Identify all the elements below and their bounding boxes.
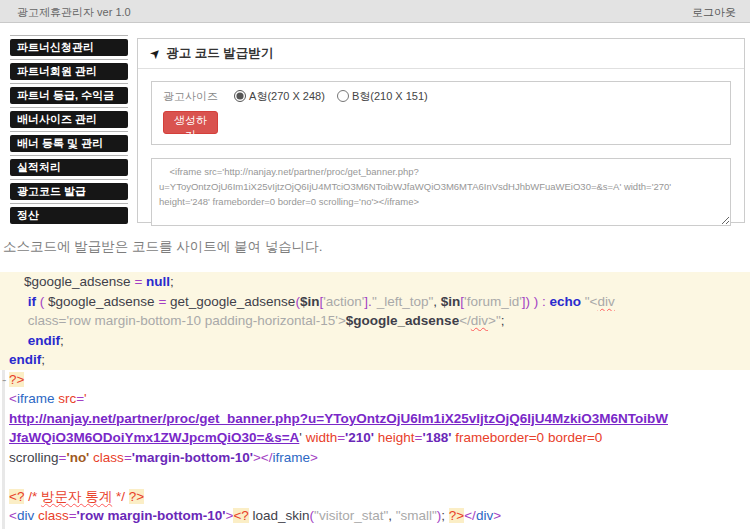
code-token: class [93, 450, 124, 465]
code-token: ]. [364, 294, 372, 309]
code-line: JfaWQiO3M6ODoiYmx1ZWJpcmQiO30=&s=A' widt… [0, 428, 750, 448]
sidebar-item[interactable]: 파트너회원 관리 [10, 59, 128, 82]
code-token: >" [488, 313, 501, 328]
size-option[interactable]: A형(270 X 248) [234, 90, 325, 102]
code-token: ?> [9, 372, 24, 387]
code-token: 'row margin-bottom-10' [77, 508, 226, 523]
code-token: > [310, 450, 318, 465]
code-token [9, 333, 28, 348]
sidebar-item[interactable]: 배너 등록 및 관리 [10, 131, 128, 154]
code-token: $google_adsense [346, 313, 459, 328]
logout-link[interactable]: 로그아웃 [692, 5, 736, 20]
code-token: "< [581, 294, 597, 309]
code-line: if ( $google_adsense = get_google_adsens… [0, 292, 750, 312]
size-label: 광고사이즈 [163, 90, 218, 102]
code-token: ; [60, 333, 64, 348]
code-token: = [155, 294, 170, 309]
sidebar-item[interactable]: 파트너 등급, 수익금 설정 [10, 83, 128, 106]
sidebar-item[interactable]: 정산 [10, 203, 128, 226]
code-token: div [471, 313, 488, 328]
sidebar-item-label: 배너사이즈 관리 [10, 111, 128, 128]
code-token: echo [550, 294, 582, 309]
sidebar-item-label: 파트너신청관리 [10, 39, 128, 56]
size-option[interactable]: B형(210 X 151) [337, 90, 428, 102]
instruction-text: 소스코드에 발급받은 코드를 사이트에 붙여 넣습니다. [3, 238, 323, 256]
code-token: ></ [253, 450, 273, 465]
sidebar: 파트너신청관리파트너회원 관리파트너 등급, 수익금 설정배너사이즈 관리배너 … [10, 35, 128, 227]
sidebar-item-label: 정산 [10, 207, 128, 224]
code-token: ?> [129, 489, 144, 504]
code-line: http://nanjay.net/partner/proc/get_banne… [0, 409, 750, 429]
code-token: $google_adsense [24, 274, 131, 289]
code-token: 방문자 통계 [41, 489, 112, 504]
size-radio[interactable] [337, 90, 349, 102]
size-radio[interactable] [234, 90, 246, 102]
code-token: ; [41, 352, 45, 367]
code-token [9, 313, 28, 328]
app-title: 광고제휴관리자 ver 1.0 [17, 5, 131, 20]
panel-header: ➤광고 코드 발급받기 [138, 39, 744, 69]
sidebar-item[interactable]: 실적처리 [10, 155, 128, 178]
code-token: height [378, 430, 415, 445]
code-token: */ [112, 489, 129, 504]
code-token: scrolling [9, 450, 59, 465]
code-token: "small" [396, 508, 437, 523]
sidebar-item[interactable]: 파트너신청관리 [10, 35, 128, 58]
code-token: ; [501, 313, 505, 328]
code-token: /* [24, 489, 41, 504]
code-line: scrolling='no' class='margin-bottom-10'>… [0, 448, 750, 468]
main-panel: ➤광고 코드 발급받기 광고사이즈 A형(270 X 248)B형(210 X … [137, 38, 745, 223]
code-token: src [58, 391, 76, 406]
code-token: iframe [272, 450, 310, 465]
code-token: = [124, 450, 132, 465]
code-token [9, 294, 28, 309]
code-token: width [306, 430, 338, 445]
code-token: < [9, 508, 17, 523]
generated-code-textarea[interactable]: <iframe src='http://nanjay.net/partner/p… [151, 158, 731, 226]
generate-button[interactable]: 생성하기 [163, 111, 218, 134]
fold-marker-icon[interactable]: - [2, 370, 7, 390]
code-token: > [493, 508, 501, 523]
code-token: "visitor_stat" [314, 508, 388, 523]
code-token: < [9, 391, 17, 406]
code-token [9, 274, 24, 289]
code-token: </ [459, 313, 471, 328]
topbar: 광고제휴관리자 ver 1.0 로그아웃 [0, 0, 750, 23]
code-line: <? /* 방문자 통계 */ ?> [0, 487, 750, 507]
code-token: = [76, 391, 84, 406]
code-token: $in [441, 294, 461, 309]
code-token: ?> [449, 508, 464, 523]
sidebar-item-label: 배너 등록 및 관리 [10, 135, 128, 152]
code-token: null [146, 274, 170, 289]
code-token: '188' [422, 430, 451, 445]
code-token: div [17, 508, 34, 523]
code-line: class='row margin-bottom-10 padding-hori… [0, 311, 750, 331]
code-line [0, 467, 750, 487]
code-token: div [476, 508, 493, 523]
sidebar-item-label: 파트너 등급, 수익금 설정 [10, 87, 128, 104]
code-token: $google_adsense [48, 294, 155, 309]
sidebar-item-label: 광고코드 발급 [10, 183, 128, 200]
ad-size-box: 광고사이즈 A형(270 X 248)B형(210 X 151) 생성하기 [151, 81, 731, 145]
code-token: frameborder=0 border=0 [455, 430, 602, 445]
code-line: endif; [0, 331, 750, 351]
sidebar-item[interactable]: 배너사이즈 관리 [10, 107, 128, 130]
code-token: div [597, 294, 614, 309]
code-token: = [337, 430, 345, 445]
code-token: class [38, 508, 69, 523]
sidebar-item-label: 실적처리 [10, 159, 128, 176]
code-token: iframe [17, 391, 55, 406]
code-token: get_google_adsense [170, 294, 295, 309]
screen: 광고제휴관리자 ver 1.0 로그아웃 파트너신청관리파트너회원 관리파트너 … [0, 0, 750, 531]
code-token: 'no' [66, 450, 89, 465]
code-token: endif [9, 352, 41, 367]
code-token: ' [84, 391, 87, 406]
size-options: 광고사이즈 A형(270 X 248)B형(210 X 151) [163, 89, 719, 104]
sidebar-item[interactable]: 광고코드 발급 [10, 179, 128, 202]
code-token: if [28, 294, 36, 309]
code-token: ; [170, 274, 174, 289]
code-token: 'action' [323, 294, 364, 309]
code-token: http://nanjay.net/partner/proc/get_banne… [9, 411, 668, 426]
code-token: JfaWQiO3M6ODoiYmx1ZWJpcmQiO30=&s=A [9, 430, 299, 445]
code-token: = [131, 274, 146, 289]
